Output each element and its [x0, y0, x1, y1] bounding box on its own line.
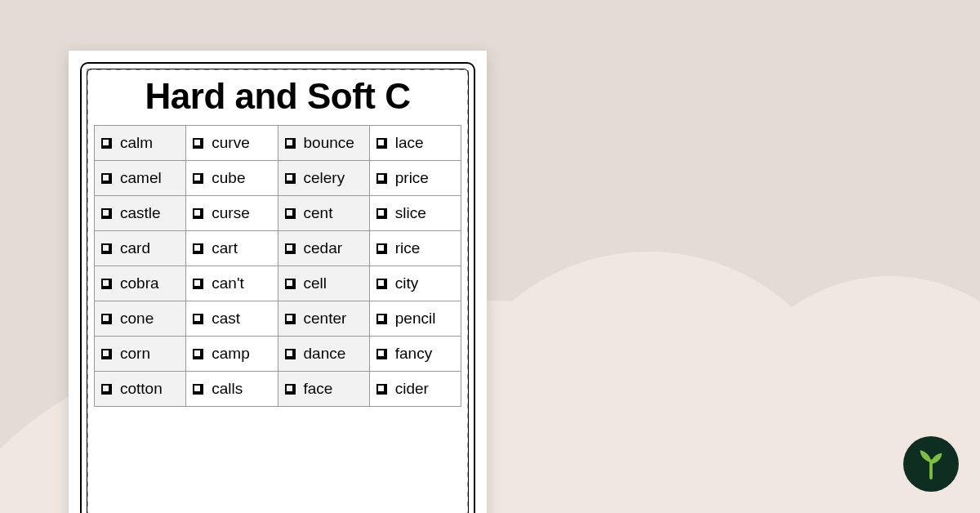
word-label: cast — [212, 310, 240, 327]
word-label: face — [304, 380, 333, 397]
checkbox-icon[interactable] — [193, 384, 203, 395]
table-row: camelcubeceleryprice — [95, 161, 461, 196]
word-cell: slice — [369, 196, 461, 231]
word-label: rice — [395, 239, 421, 256]
brand-badge[interactable] — [903, 436, 959, 492]
word-cell: rice — [369, 231, 461, 266]
checkbox-icon[interactable] — [101, 279, 112, 289]
word-cell: card — [95, 231, 186, 266]
word-cell: dance — [278, 337, 369, 372]
word-label: curve — [212, 134, 249, 151]
worksheet-outer-frame: Hard and Soft C calmcurvebouncelacecamel… — [80, 62, 475, 513]
word-cell: camel — [95, 161, 186, 196]
word-label: fancy — [395, 345, 432, 362]
checkbox-icon[interactable] — [193, 173, 203, 184]
word-cell: curse — [186, 196, 278, 231]
checkbox-icon[interactable] — [101, 349, 112, 359]
table-row: cardcartcedarrice — [95, 231, 461, 266]
checkbox-icon[interactable] — [376, 243, 387, 254]
word-label: cotton — [120, 380, 163, 397]
word-table: calmcurvebouncelacecamelcubecelerypricec… — [94, 125, 461, 407]
word-label: calls — [212, 380, 243, 397]
word-cell: cotton — [95, 372, 186, 407]
checkbox-icon[interactable] — [101, 314, 112, 324]
word-cell: cobra — [95, 266, 186, 301]
checkbox-icon[interactable] — [193, 314, 203, 324]
word-cell: fancy — [369, 337, 461, 372]
checkbox-icon[interactable] — [376, 384, 387, 395]
word-cell: corn — [95, 337, 186, 372]
word-cell: cider — [369, 372, 461, 407]
word-label: celery — [304, 169, 345, 186]
word-cell: cell — [278, 266, 369, 301]
word-cell: cedar — [278, 231, 369, 266]
checkbox-icon[interactable] — [285, 314, 296, 324]
word-label: cube — [212, 169, 245, 186]
word-label: pencil — [395, 310, 436, 327]
word-label: cent — [304, 204, 333, 221]
sprout-icon — [915, 448, 947, 480]
word-label: curse — [212, 204, 249, 221]
checkbox-icon[interactable] — [101, 384, 112, 395]
word-label: camp — [212, 345, 249, 362]
checkbox-icon[interactable] — [285, 138, 296, 149]
word-label: corn — [120, 345, 150, 362]
word-label: cell — [304, 274, 327, 292]
checkbox-icon[interactable] — [376, 208, 387, 219]
word-label: city — [395, 274, 419, 292]
checkbox-icon[interactable] — [101, 208, 112, 219]
word-label: cedar — [304, 239, 343, 256]
checkbox-icon[interactable] — [285, 279, 296, 289]
word-label: cider — [395, 380, 429, 397]
word-label: cobra — [120, 274, 159, 292]
word-label: dance — [304, 345, 346, 362]
worksheet-title: Hard and Soft C — [94, 74, 461, 125]
word-cell: cart — [186, 231, 278, 266]
word-label: castle — [120, 204, 161, 221]
word-label: center — [304, 310, 347, 327]
checkbox-icon[interactable] — [376, 173, 387, 184]
word-cell: cube — [186, 161, 278, 196]
word-cell: curve — [186, 126, 278, 161]
checkbox-icon[interactable] — [376, 279, 387, 289]
word-cell: bounce — [278, 126, 369, 161]
word-cell: city — [369, 266, 461, 301]
word-cell: can't — [186, 266, 278, 301]
checkbox-icon[interactable] — [376, 314, 387, 324]
worksheet-page: Hard and Soft C calmcurvebouncelacecamel… — [69, 51, 487, 513]
word-label: price — [395, 169, 429, 186]
checkbox-icon[interactable] — [376, 138, 387, 149]
word-label: calm — [120, 134, 153, 151]
checkbox-icon[interactable] — [101, 243, 112, 254]
word-label: cone — [120, 310, 154, 327]
table-row: calmcurvebouncelace — [95, 126, 461, 161]
checkbox-icon[interactable] — [285, 208, 296, 219]
checkbox-icon[interactable] — [376, 349, 387, 359]
checkbox-icon[interactable] — [193, 349, 203, 359]
checkbox-icon[interactable] — [101, 138, 112, 149]
word-cell: calls — [186, 372, 278, 407]
word-cell: face — [278, 372, 369, 407]
table-row: corncampdancefancy — [95, 337, 461, 372]
checkbox-icon[interactable] — [285, 349, 296, 359]
word-cell: cone — [95, 301, 186, 337]
checkbox-icon[interactable] — [193, 279, 203, 289]
word-label: card — [120, 239, 150, 256]
checkbox-icon[interactable] — [193, 138, 203, 149]
word-cell: calm — [95, 126, 186, 161]
table-row: castlecursecentslice — [95, 196, 461, 231]
word-label: lace — [395, 134, 424, 151]
checkbox-icon[interactable] — [285, 384, 296, 395]
word-cell: lace — [369, 126, 461, 161]
checkbox-icon[interactable] — [101, 173, 112, 184]
table-row: cobracan'tcellcity — [95, 266, 461, 301]
checkbox-icon[interactable] — [285, 173, 296, 184]
checkbox-icon[interactable] — [193, 243, 203, 254]
checkbox-icon[interactable] — [285, 243, 296, 254]
word-cell: celery — [278, 161, 369, 196]
word-cell: camp — [186, 337, 278, 372]
checkbox-icon[interactable] — [193, 208, 203, 219]
word-cell: cent — [278, 196, 369, 231]
word-cell: price — [369, 161, 461, 196]
table-row: cottoncallsfacecider — [95, 372, 461, 407]
